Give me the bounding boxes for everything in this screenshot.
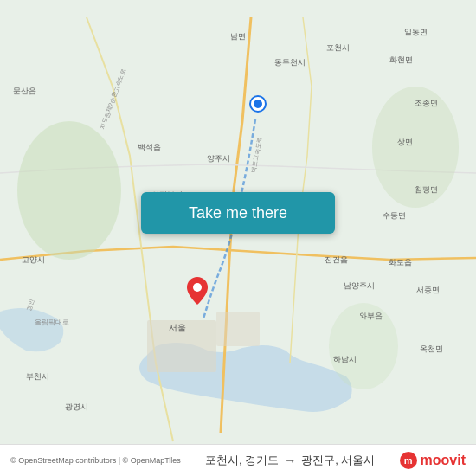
svg-text:진건읍: 진건읍 [325,255,348,264]
svg-text:고양시: 고양시 [22,255,45,264]
svg-text:화도읍: 화도읍 [389,258,412,267]
svg-text:동두천시: 동두천시 [274,58,306,67]
svg-text:광명시: 광명시 [65,402,88,411]
svg-text:올림픽대로: 올림픽대로 [35,318,69,326]
svg-text:옥천면: 옥천면 [420,344,443,353]
svg-text:백석읍: 백석읍 [138,143,161,151]
svg-text:부천시: 부천시 [26,372,49,381]
moovit-icon: m [400,452,417,469]
svg-rect-7 [216,312,260,346]
moovit-logo: m moovit [400,452,466,469]
bottom-bar: © OpenStreetMap contributors | © OpenMap… [0,444,476,476]
map-container: 지도권제2순환고속도로 백도고속도로 남면 포천시 화현면 문산읍 동두천시 일… [0,0,476,476]
arrow-icon: → [284,453,296,467]
svg-text:하남시: 하남시 [333,355,357,363]
svg-text:침평면: 침평면 [415,185,438,194]
route-info: 포천시, 경기도 → 광진구, 서울시 [205,453,375,468]
svg-text:남면: 남면 [230,32,246,41]
route-destination: 광진구, 서울시 [301,453,375,468]
svg-text:일동면: 일동면 [404,28,428,36]
svg-text:조종면: 조종면 [415,99,438,107]
svg-text:수동면: 수동면 [383,211,406,220]
svg-text:양주시: 양주시 [207,154,230,163]
origin-marker [251,97,265,111]
svg-text:남양주시: 남양주시 [344,281,375,290]
svg-text:화현면: 화현면 [389,55,413,64]
route-origin: 포천시, 경기도 [205,453,279,468]
svg-text:문산읍: 문산읍 [13,87,36,95]
svg-text:서종면: 서종면 [416,286,440,294]
map-background: 지도권제2순환고속도로 백도고속도로 남면 포천시 화현면 문산읍 동두천시 일… [0,0,476,476]
map-attribution: © OpenStreetMap contributors | © OpenMap… [10,456,181,465]
svg-text:서울: 서울 [169,323,186,332]
svg-text:와부읍: 와부읍 [359,312,383,320]
svg-text:포천시: 포천시 [326,43,350,52]
svg-text:상면: 상면 [397,138,413,146]
moovit-brand-name: moovit [421,453,466,468]
svg-point-34 [193,283,202,292]
take-me-there-button[interactable]: Take me there [141,192,335,234]
svg-point-3 [17,121,121,260]
moovit-icon-letter: m [404,455,413,466]
